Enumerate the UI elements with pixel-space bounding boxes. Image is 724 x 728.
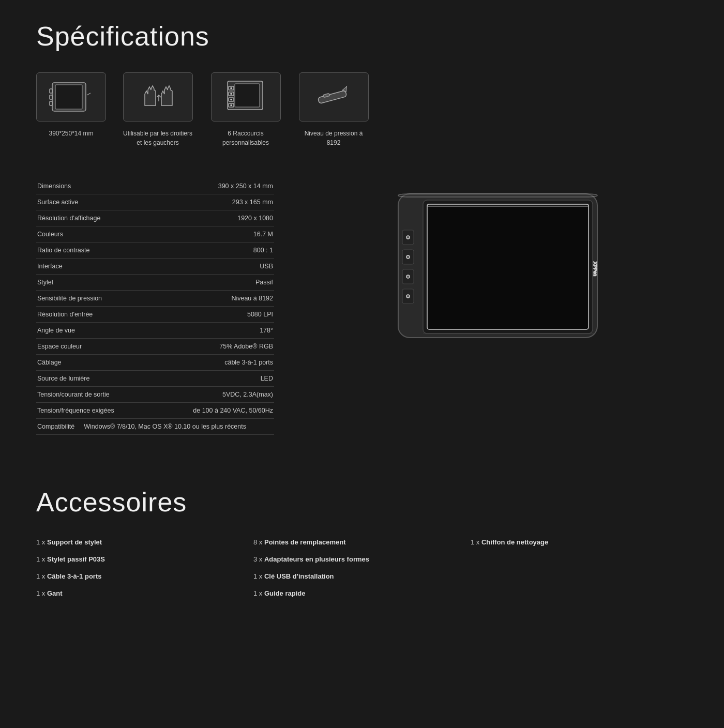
svg-rect-16 [318,90,346,103]
accessories-column-1: 1 x Support de stylet 1 x Stylet passif … [36,538,253,597]
accessory-name-1-1: Support de stylet [47,538,102,546]
page-container: Spécifications [0,0,724,618]
spec-label-7: Sensibilité de pression [37,295,102,302]
svg-line-5 [87,93,90,95]
shortcut-drawing-icon [221,79,270,116]
spec-label-2: Résolution d'affichage [37,215,100,222]
pen-icon-box [299,72,369,122]
svg-point-15 [231,104,232,105]
spec-row-4: Ratio de contraste 800 : 1 [36,242,274,259]
pen-icon-label: Niveau de pression à 8192 [297,129,370,147]
shortcut-icon-label: 6 Raccourcis personnalisables [209,129,282,147]
tablet-drawing-icon [48,80,95,115]
accessory-item-1-4: 1 x Gant [36,589,253,597]
spec-row-3: Couleurs 16.7 M [36,226,274,242]
svg-rect-3 [50,101,52,105]
accessory-item-3-1: 1 x Chiffon de nettoyage [471,538,688,546]
spec-value-2: 1920 x 1080 [237,215,273,222]
accessory-item-2-3: 1 x Clé USB d'installation [253,572,471,580]
svg-point-13 [231,93,232,94]
specs-and-image-layout: Dimensions 390 x 250 x 14 mm Surface act… [36,178,688,435]
spec-label-8: Résolution d'entrée [37,311,93,318]
hand-icon-box [123,72,193,122]
accessories-column-3: 1 x Chiffon de nettoyage [471,538,688,597]
spec-row-compat: Compatibilité Windows® 7/8/10, Mac OS X®… [36,419,274,435]
spec-row-11: Câblage câble 3-à-1 ports [36,355,274,371]
accessory-name-2-3: Clé USB d'installation [264,572,334,580]
spec-row-6: Stylet Passif [36,275,274,291]
spec-value-14: de 100 à 240 VAC, 50/60Hz [193,407,273,414]
accessory-item-2-2: 3 x Adaptateurs en plusieurs formes [253,555,471,563]
svg-rect-20 [427,204,589,329]
spec-row-12: Source de lumière LED [36,371,274,387]
hand-drawing-icon [134,80,181,115]
spec-row-7: Sensibilité de pression Niveau à 8192 [36,291,274,307]
tablet-icon-label: 390*250*14 mm [49,129,93,138]
icon-item-tablet: 390*250*14 mm [36,72,106,138]
spec-row-13: Tension/courant de sortie 5VDC, 2.3A(max… [36,387,274,403]
spec-row-2: Résolution d'affichage 1920 x 1080 [36,210,274,226]
accessory-item-2-1: 8 x Pointes de remplacement [253,538,471,546]
svg-rect-21 [427,204,589,206]
accessory-item-1-1: 1 x Support de stylet [36,538,253,546]
spec-label-9: Angle de vue [37,327,75,334]
accessory-name-2-2: Adaptateurs en plusieurs formes [264,555,369,563]
spec-value-12: LED [261,375,273,382]
spec-row-10: Espace couleur 75% Adobe® RGB [36,339,274,355]
spec-value-9: 178° [260,327,273,334]
specifications-title: Spécifications [36,21,688,52]
accessory-name-2-4: Guide rapide [264,589,305,597]
spec-label-1: Surface active [37,199,78,206]
spec-value-3: 16.7 M [253,231,273,238]
accessories-section: Accessoires 1 x Support de stylet 1 x St… [36,487,688,597]
specs-table: Dimensions 390 x 250 x 14 mm Surface act… [36,178,274,435]
spec-value-6: Passif [255,279,273,286]
spec-value-10: 75% Adobe® RGB [219,343,273,350]
accessories-title: Accessoires [36,487,688,518]
spec-row-5: Interface USB [36,259,274,275]
accessory-item-2-4: 1 x Guide rapide [253,589,471,597]
accessory-name-3-1: Chiffon de nettoyage [481,538,548,546]
accessory-name-1-4: Gant [47,589,63,597]
spec-row-9: Angle de vue 178° [36,323,274,339]
spec-label-6: Stylet [37,279,53,286]
svg-point-14 [231,99,232,100]
spec-value-4: 800 : 1 [253,247,273,254]
accessory-item-1-2: 1 x Stylet passif P03S [36,555,253,563]
accessories-grid: 1 x Support de stylet 1 x Stylet passif … [36,538,688,597]
specifications-section: Spécifications [36,21,688,435]
svg-point-27 [406,255,410,259]
tablet-icon-box [36,72,106,122]
spec-label-0: Dimensions [37,183,71,190]
spec-value-13: 5VDC, 2.3A(max) [222,391,273,398]
spec-row-14: Tension/fréquence exigées de 100 à 240 V… [36,403,274,419]
spec-row-1: Surface active 293 x 165 mm [36,194,274,210]
spec-label-11: Câblage [37,359,62,366]
spec-label-4: Ratio de contraste [37,247,89,254]
hand-icon-label: Utilisable par les droitiers et les gauc… [122,129,194,147]
spec-value-compat: Windows® 7/8/10, Mac OS X® 10.10 ou les … [84,423,246,430]
spec-value-8: 5080 LPI [247,311,273,318]
spec-value-5: USB [260,263,273,270]
spec-label-13: Tension/courant de sortie [37,391,110,398]
svg-point-29 [406,295,410,298]
svg-rect-7 [235,84,260,107]
svg-text:XPPen: XPPen [593,262,598,276]
svg-rect-1 [50,89,52,93]
accessory-name-1-2: Stylet passif P03S [47,555,105,563]
spec-value-0: 390 x 250 x 14 mm [218,183,273,190]
spec-row-0: Dimensions 390 x 250 x 14 mm [36,178,274,194]
svg-point-26 [406,236,410,239]
spec-label-14: Tension/fréquence exigées [37,407,114,414]
spec-label-10: Espace couleur [37,343,82,350]
spec-label-5: Interface [37,263,63,270]
spec-row-8: Résolution d'entrée 5080 LPI [36,307,274,323]
accessory-name-2-1: Pointes de remplacement [264,538,346,546]
spec-label-12: Source de lumière [37,375,89,382]
pen-drawing-icon [310,79,357,115]
svg-rect-4 [55,85,82,109]
accessory-item-1-3: 1 x Câble 3-à-1 ports [36,572,253,580]
svg-rect-2 [50,95,52,99]
tablet-product-image: XPPen [305,178,688,344]
icon-item-shortcut: 6 Raccourcis personnalisables [209,72,282,147]
